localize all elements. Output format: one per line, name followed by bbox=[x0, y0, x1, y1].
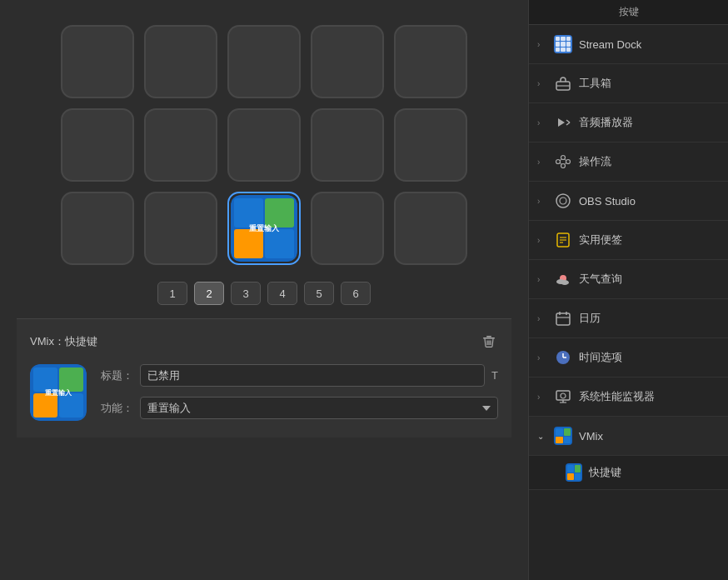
grid-row-1 bbox=[61, 108, 467, 182]
sidebar-item-stream-dock[interactable]: › Stream Dock bbox=[529, 25, 728, 64]
sidebar-item-vmix[interactable]: ⌄ VMix bbox=[529, 417, 728, 456]
workflow-icon bbox=[554, 152, 572, 171]
grid-cell-0-0[interactable] bbox=[61, 25, 134, 98]
svg-rect-27 bbox=[556, 313, 570, 325]
monitor-icon bbox=[554, 388, 572, 406]
function-select[interactable]: 重置输入 bbox=[140, 397, 498, 419]
page-btn-3[interactable]: 3 bbox=[231, 282, 261, 305]
sidebar-item-workflow[interactable]: › 操作流 bbox=[529, 142, 728, 182]
sidebar-label-obs: OBS Studio bbox=[579, 195, 636, 208]
grid-cell-2-2[interactable]: 重置输入 bbox=[227, 192, 301, 265]
svg-point-12 bbox=[561, 164, 566, 168]
grid-cell-2-4[interactable] bbox=[394, 192, 467, 265]
editor-panel: VMix：快捷键 重置输入 bbox=[17, 318, 511, 438]
svg-point-13 bbox=[566, 160, 571, 164]
grid-cell-2-3[interactable] bbox=[311, 192, 384, 265]
grid-cell-0-3[interactable] bbox=[311, 25, 384, 98]
t-button[interactable]: T bbox=[491, 369, 498, 382]
audio-icon bbox=[554, 113, 572, 132]
svg-line-9 bbox=[566, 122, 570, 125]
sidebar-item-audio[interactable]: › 音频播放器 bbox=[529, 103, 728, 142]
sidebar-item-calendar[interactable]: › 日历 bbox=[529, 299, 728, 338]
page-btn-1[interactable]: 1 bbox=[157, 282, 187, 305]
stream-dock-icon bbox=[554, 35, 572, 53]
sidebar-label-workflow: 操作流 bbox=[579, 154, 611, 169]
svg-line-15 bbox=[561, 162, 561, 164]
chevron-icon-stream-dock: › bbox=[537, 40, 547, 49]
grid-cell-1-3[interactable] bbox=[311, 108, 384, 182]
delete-button[interactable] bbox=[480, 332, 498, 351]
obs-icon bbox=[554, 192, 572, 210]
svg-line-16 bbox=[566, 159, 566, 161]
sidebar-item-obs[interactable]: › OBS Studio bbox=[529, 182, 728, 221]
weather-icon bbox=[554, 270, 572, 288]
sidebar-item-monitor[interactable]: › 系统性能监视器 bbox=[529, 378, 728, 417]
toolbox-icon bbox=[554, 74, 572, 92]
editor-icon-inner: 重置输入 bbox=[30, 364, 87, 421]
vmix-sidebar-icon bbox=[554, 427, 572, 445]
left-panel: 重置输入 1 2 3 4 5 6 VMix：快捷键 bbox=[0, 0, 528, 580]
grid-cell-0-2[interactable] bbox=[227, 25, 301, 98]
sidebar-label-audio: 音频播放器 bbox=[579, 115, 633, 130]
vmix-icon-grid: 重置输入 bbox=[231, 195, 297, 262]
sidebar-item-time[interactable]: › 时间选项 bbox=[529, 338, 728, 378]
svg-point-10 bbox=[556, 160, 561, 164]
chevron-icon-notes: › bbox=[537, 236, 547, 245]
grid-row-2: 重置输入 bbox=[61, 192, 467, 265]
editor-body: 重置输入 标题： T 功能： 重置输入 bbox=[30, 364, 498, 421]
svg-point-36 bbox=[561, 393, 566, 398]
pagination: 1 2 3 4 5 6 bbox=[157, 282, 371, 305]
grid-cell-0-1[interactable] bbox=[144, 25, 217, 98]
grid-cell-1-1[interactable] bbox=[144, 108, 217, 182]
shortcuts-icon bbox=[566, 464, 582, 481]
grid-cell-1-2[interactable] bbox=[227, 108, 301, 182]
chevron-icon-workflow: › bbox=[537, 158, 547, 167]
svg-line-14 bbox=[561, 159, 561, 161]
svg-point-26 bbox=[561, 280, 569, 285]
sidebar-label-monitor: 系统性能监视器 bbox=[579, 389, 655, 404]
editor-icon-label: 重置输入 bbox=[45, 388, 72, 398]
editor-fields: 标题： T 功能： 重置输入 bbox=[100, 364, 498, 419]
sidebar-item-toolbox[interactable]: › 工具箱 bbox=[529, 64, 728, 103]
sidebar-item-notes[interactable]: › 实用便签 bbox=[529, 221, 728, 260]
sidebar-label-toolbox: 工具箱 bbox=[579, 76, 611, 91]
vmix-icon-inner: 重置输入 bbox=[231, 195, 297, 262]
sidebar-label-stream-dock: Stream Dock bbox=[579, 38, 641, 51]
svg-line-17 bbox=[566, 162, 566, 164]
sidebar-subitem-shortcuts[interactable]: 快捷键 bbox=[529, 456, 728, 490]
editor-title: VMix：快捷键 bbox=[30, 334, 97, 349]
sidebar-label-weather: 天气查询 bbox=[579, 272, 622, 287]
svg-point-18 bbox=[556, 194, 570, 208]
chevron-icon-audio: › bbox=[537, 118, 547, 128]
sidebar-label-vmix: VMix bbox=[579, 430, 603, 442]
panel-header: 按键 bbox=[529, 0, 728, 25]
time-icon bbox=[554, 348, 572, 367]
sidebar-label-time: 时间选项 bbox=[579, 350, 622, 365]
sidebar-item-weather[interactable]: › 天气查询 bbox=[529, 260, 728, 299]
function-row: 功能： 重置输入 bbox=[100, 397, 498, 419]
page-btn-2[interactable]: 2 bbox=[194, 282, 224, 305]
grid-row-0 bbox=[61, 25, 467, 98]
button-grid: 重置输入 bbox=[61, 25, 467, 265]
page-btn-5[interactable]: 5 bbox=[304, 282, 334, 305]
svg-point-11 bbox=[561, 156, 566, 160]
page-btn-4[interactable]: 4 bbox=[267, 282, 297, 305]
chevron-icon-weather: › bbox=[537, 275, 547, 284]
chevron-icon-vmix: ⌄ bbox=[537, 432, 547, 441]
editor-icon: 重置输入 bbox=[30, 364, 87, 421]
calendar-icon bbox=[554, 309, 572, 328]
grid-cell-2-1[interactable] bbox=[144, 192, 217, 265]
grid-cell-0-4[interactable] bbox=[394, 25, 467, 98]
svg-marker-7 bbox=[558, 118, 565, 127]
title-input[interactable] bbox=[140, 364, 485, 387]
grid-cell-2-0[interactable] bbox=[61, 192, 134, 265]
sidebar-label-notes: 实用便签 bbox=[579, 232, 622, 248]
editor-header: VMix：快捷键 bbox=[30, 332, 498, 351]
title-row: 标题： T bbox=[100, 364, 498, 387]
grid-cell-1-0[interactable] bbox=[61, 108, 134, 182]
page-btn-6[interactable]: 6 bbox=[341, 282, 371, 305]
grid-cell-1-4[interactable] bbox=[394, 108, 467, 182]
chevron-icon-toolbox: › bbox=[537, 79, 547, 88]
svg-rect-0 bbox=[483, 338, 495, 339]
notes-icon bbox=[554, 231, 572, 249]
